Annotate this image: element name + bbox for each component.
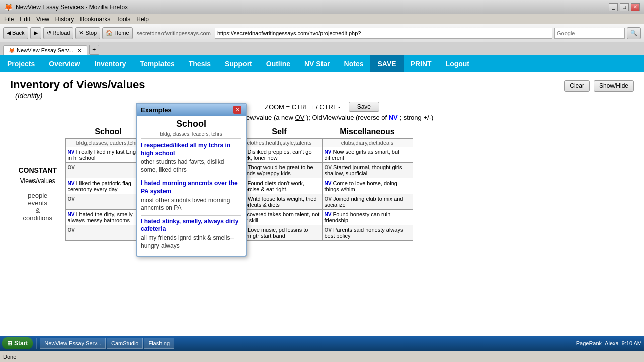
- search-bar[interactable]: [554, 28, 625, 39]
- start-button[interactable]: ⊞ Start: [2, 337, 33, 349]
- reload-button[interactable]: ↺ Reload: [43, 27, 74, 39]
- cell-text-misc-ov-0: Started journal, thought girls shallow, …: [325, 164, 403, 176]
- nav-menu: Projects Overview Inventory Templates Th…: [0, 55, 644, 72]
- tab-close[interactable]: ✕: [77, 48, 82, 53]
- search-button[interactable]: 🔍: [627, 27, 641, 39]
- left-sublabel: peopleevents&conditions: [12, 192, 63, 222]
- cell-text-misc-nv-0: Now see girls as smart, but different: [325, 149, 400, 161]
- clear-button[interactable]: Clear: [564, 80, 590, 92]
- close-btn[interactable]: ✕: [631, 3, 640, 11]
- nv-tag-misc1: NV: [325, 180, 332, 186]
- menu-edit[interactable]: Edit: [20, 16, 30, 23]
- ov-tag-misc2: OV: [325, 227, 332, 233]
- menu-history[interactable]: History: [55, 16, 74, 23]
- nav-print[interactable]: PRINT: [404, 55, 439, 72]
- modal-close-button[interactable]: ✕: [233, 106, 242, 114]
- nav-nvstar[interactable]: NV Star: [297, 55, 337, 72]
- maximize-btn[interactable]: □: [620, 3, 629, 11]
- nv-tag-s0: NV: [68, 149, 75, 155]
- cell-text-school-nv-2: I hated the dirty, smelly, always messy …: [68, 211, 134, 223]
- modal-title: Examples: [141, 106, 172, 114]
- ov-tag-s0: OV: [68, 165, 75, 170]
- modal-divider-0: [141, 177, 242, 177]
- modal-header: Examples ✕: [137, 104, 246, 116]
- showhide-button[interactable]: Show/Hide: [594, 80, 634, 92]
- ov-tag-s1: OV: [68, 196, 75, 202]
- taskbar-flashing[interactable]: Flashing: [144, 338, 174, 349]
- nav-notes[interactable]: Notes: [337, 55, 371, 72]
- tab-label: NewView Essay Serv...: [17, 47, 73, 53]
- stop-button[interactable]: ✕ Stop: [75, 27, 100, 39]
- browser-title: NewView Essay Services - Mozilla Firefox: [16, 4, 128, 11]
- main-content: Inventory of Views/values (Identify) Cle…: [0, 72, 644, 319]
- formula-row: NV = NewView/value (a new OV ); OldView/…: [10, 114, 634, 121]
- page-title: Inventory of Views/values: [10, 78, 145, 91]
- left-label-block: CONSTANTViews/values peopleevents&condit…: [10, 147, 65, 241]
- taskbar-newview[interactable]: NewView Essay Serv...: [40, 338, 106, 349]
- nav-thesis[interactable]: Thesis: [182, 55, 218, 72]
- zoom-text: ZOOM = CTRL + / CTRL -: [265, 103, 341, 111]
- modal-divider-1: [141, 215, 242, 216]
- modal-ov-1: most other studnts loved morning anncmts…: [141, 197, 242, 212]
- title-block: Inventory of Views/values (Identify): [10, 78, 145, 100]
- forward-button[interactable]: ▶: [30, 27, 41, 39]
- start-label: Start: [14, 340, 28, 347]
- browser-toolbar: ◀ Back ▶ ↺ Reload ✕ Stop 🏠 Home secretdn…: [0, 24, 644, 42]
- menu-file[interactable]: File: [4, 16, 14, 23]
- menu-bar: File Edit View History Bookmarks Tools H…: [0, 14, 644, 24]
- taskbar-flashing-label: Flashing: [148, 340, 170, 346]
- taskbar-divider: [36, 338, 37, 349]
- nv-tag-s2: NV: [68, 212, 75, 217]
- nav-logout[interactable]: Logout: [439, 55, 476, 72]
- nav-outline[interactable]: Outline: [259, 55, 297, 72]
- menu-help[interactable]: Help: [136, 16, 149, 23]
- minimize-btn[interactable]: _: [609, 3, 618, 11]
- formula-end: ; strong +/-): [399, 114, 433, 121]
- nav-save[interactable]: SAVE: [370, 55, 403, 72]
- taskbar-pagerank: PageRank: [576, 340, 602, 346]
- modal-nv-0: I respected/liked all my tchrs in high s…: [141, 142, 242, 157]
- ov-tag-s2: OV: [68, 227, 75, 233]
- subheader-self: clothes,health,style,talents: [236, 139, 322, 147]
- back-button[interactable]: ◀ Back: [3, 27, 28, 39]
- nav-support[interactable]: Support: [218, 55, 259, 72]
- menu-bookmarks[interactable]: Bookmarks: [80, 16, 110, 23]
- modal-nv-1: I hated morning anncmts over the PA syst…: [141, 179, 242, 195]
- col-header-self: Self: [236, 125, 322, 139]
- cell-text-misc-nv-1: Come to love horse, doing things w/him: [325, 180, 397, 192]
- address-bar[interactable]: [215, 28, 552, 39]
- taskbar-alexa: Alexa: [605, 340, 619, 346]
- statusbar: Done: [0, 351, 644, 362]
- tabs-bar: 🦊 NewView Essay Serv... ✕ +: [0, 42, 644, 55]
- nv-tag-s1: NV: [68, 180, 75, 186]
- nav-overview[interactable]: Overview: [42, 55, 87, 72]
- examples-modal: Examples ✕ School bldg, classes, leaders…: [136, 103, 247, 257]
- new-tab-button[interactable]: +: [89, 45, 99, 55]
- home-button[interactable]: 🏠 Home: [102, 27, 132, 39]
- cell-misc-nv-1: NV Come to love horse, doing things w/hi…: [322, 178, 413, 194]
- menu-view[interactable]: View: [36, 16, 49, 23]
- browser-titlebar: 🦊 NewView Essay Services - Mozilla Firef…: [0, 0, 644, 14]
- cell-text-self-nv-0: Disliked preppies, can't go back, loner …: [239, 149, 312, 161]
- nav-templates[interactable]: Templates: [133, 55, 182, 72]
- subheader-misc: clubs,diary,diet,ideals: [322, 139, 413, 147]
- taskbar-camstudio-label: CamStudio: [111, 340, 138, 346]
- nav-projects[interactable]: Projects: [0, 55, 42, 72]
- nav-inventory[interactable]: Inventory: [88, 55, 133, 72]
- ov-tag-misc0: OV: [325, 165, 332, 170]
- tab-newview[interactable]: 🦊 NewView Essay Serv... ✕: [3, 45, 87, 55]
- nv-tag-misc0: NV: [325, 149, 332, 155]
- taskbar-camstudio[interactable]: CamStudio: [107, 338, 143, 349]
- cell-text-self-nv-1: Found diets don't work, exercise & eat r…: [239, 180, 304, 192]
- cell-misc-ov-0: OV Started journal, thought girls shallo…: [322, 163, 413, 178]
- cell-self-ov-0: OV Thogt would be great to be friends w/…: [236, 163, 322, 178]
- menu-tools[interactable]: Tools: [116, 16, 130, 23]
- cell-text-self-ov-1: Wntd loose lots weight, tried shortcuts …: [239, 196, 317, 208]
- address-label: secretdnaofwritingessays.com: [137, 30, 211, 36]
- cell-misc-nv-2: NV Found honesty can ruin friendship: [322, 210, 413, 225]
- status-text: Done: [3, 354, 16, 360]
- save-button[interactable]: Save: [349, 102, 379, 112]
- taskbar: ⊞ Start NewView Essay Serv... CamStudio …: [0, 336, 644, 351]
- nv-tag-misc2: NV: [325, 212, 332, 217]
- browser-icon: 🦊: [4, 3, 13, 11]
